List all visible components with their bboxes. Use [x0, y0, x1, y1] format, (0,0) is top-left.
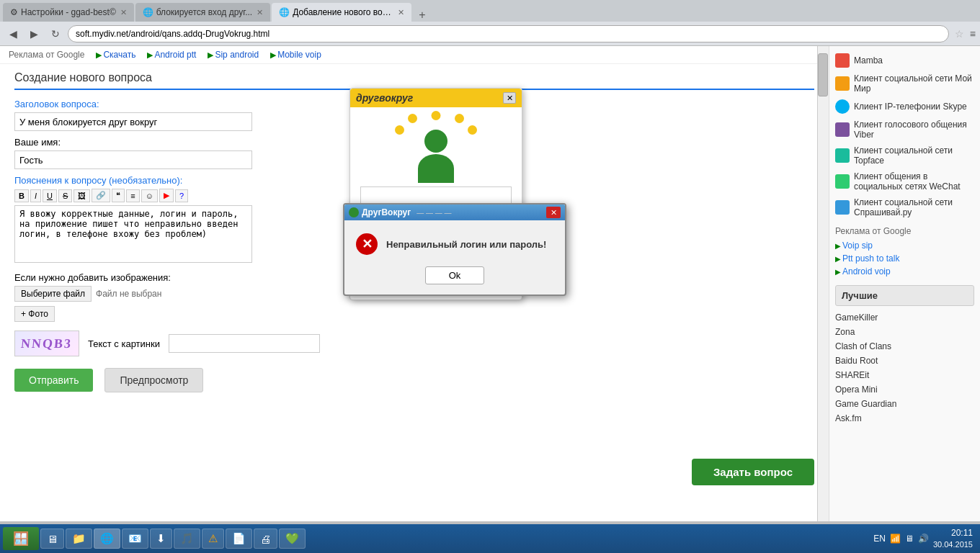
- ad-link-download[interactable]: ▶Скачать: [96, 50, 135, 60]
- question-input[interactable]: [14, 112, 252, 131]
- drv-popup-close-button[interactable]: ✕: [503, 92, 516, 104]
- sidebar-ad-ptt[interactable]: ▶Ptt push to talk: [835, 252, 974, 265]
- reload-button[interactable]: ↻: [46, 25, 65, 42]
- sidebar-best-gameguardian[interactable]: Game Guardian: [835, 397, 974, 411]
- error-dialog-title-row: ДругВокруг — — — —: [349, 207, 452, 217]
- captcha-input[interactable]: [169, 334, 320, 353]
- sidebar-best-zona[interactable]: Zona: [835, 325, 974, 339]
- captcha-image: NNQB3: [14, 331, 79, 356]
- taskbar-item-10[interactable]: 💚: [279, 529, 306, 549]
- forward-button[interactable]: ▶: [25, 25, 43, 42]
- sys-icon-2: 🖥: [905, 534, 914, 544]
- taskbar-icon-4: 📧: [128, 532, 142, 545]
- taskbar-item-3[interactable]: 🌐: [94, 529, 120, 549]
- sidebar-item-mamba[interactable]: Mamba: [835, 50, 974, 71]
- taskbar-right: EN 📶 🖥 🔊 20:11 30.04.2015: [873, 528, 977, 549]
- sidebar-best-opera[interactable]: Opera Mini: [835, 382, 974, 397]
- lang-indicator[interactable]: EN: [873, 534, 886, 544]
- tab-2[interactable]: 🌐 блокируется вход друг... ✕: [135, 3, 270, 22]
- bold-button[interactable]: B: [14, 189, 29, 202]
- error-dialog-close-button[interactable]: ✕: [546, 207, 561, 218]
- taskbar-item-1[interactable]: 🖥: [40, 529, 64, 549]
- sidebar-item-topface[interactable]: Клиент социальной сети Topface: [835, 143, 974, 168]
- error-dialog-url: — — — —: [416, 209, 451, 217]
- add-photo-button[interactable]: + Фото: [14, 306, 55, 322]
- menu-icon[interactable]: ≡: [970, 28, 976, 40]
- notes-textarea[interactable]: [14, 205, 252, 263]
- strike-button[interactable]: S: [58, 189, 72, 202]
- bookmark-star-icon[interactable]: ☆: [955, 28, 964, 40]
- drv-login-input[interactable]: [360, 186, 512, 204]
- wechat-label: Клиент общения в социальных сетях WeChat: [854, 171, 974, 192]
- browser-content: Реклама от Google ▶Скачать ▶Android ptt …: [0, 46, 980, 521]
- underline-button[interactable]: U: [43, 189, 57, 202]
- new-tab-button[interactable]: +: [413, 9, 431, 22]
- list-button[interactable]: ≡: [126, 189, 139, 202]
- sidebar-best-shareit[interactable]: SHAREit: [835, 368, 974, 382]
- link-button[interactable]: 🔗: [92, 189, 110, 202]
- sprash-label: Клиент социальной сети Спрашивай.ру: [854, 197, 974, 217]
- preview-button[interactable]: Предпросмотр: [104, 368, 203, 392]
- help-button[interactable]: ?: [175, 189, 188, 202]
- taskbar-date: 30.04.2015: [933, 539, 973, 549]
- sidebar-item-skype[interactable]: Клиент IP-телефонии Skype: [835, 96, 974, 117]
- image-button[interactable]: 🖼: [74, 189, 90, 202]
- sys-icon-3: 🔊: [918, 534, 929, 544]
- tab-2-close[interactable]: ✕: [257, 8, 263, 17]
- viber-label: Клиент голосового общения Viber: [854, 120, 974, 140]
- tab-1-close[interactable]: ✕: [120, 8, 127, 17]
- sidebar-ad-voip[interactable]: ▶Voip sip: [835, 239, 974, 252]
- scroll-thumb[interactable]: [818, 53, 828, 96]
- tab-2-title: блокируется вход друг...: [156, 7, 252, 17]
- ad-label: Реклама от Google: [9, 50, 84, 60]
- taskbar-item-5[interactable]: ⬇: [150, 529, 172, 549]
- taskbar-clock[interactable]: 20:11 30.04.2015: [933, 528, 973, 549]
- address-input[interactable]: [68, 25, 949, 42]
- sys-icon-1: 📶: [890, 534, 901, 544]
- drv-popup-header: другвокруг ✕: [350, 89, 522, 107]
- name-input[interactable]: [14, 150, 252, 169]
- ad-link-sip[interactable]: ▶Sip android: [208, 50, 259, 60]
- taskbar-icon-5: ⬇: [156, 532, 166, 545]
- taskbar-item-2[interactable]: 📁: [66, 529, 92, 549]
- sidebar-best-gamekiller[interactable]: GameKiller: [835, 310, 974, 325]
- tab-3-close[interactable]: ✕: [398, 8, 404, 17]
- ad-link-voip[interactable]: ▶Mobile voip: [270, 50, 321, 60]
- tab-1[interactable]: ⚙ Настройки - ggad-best© ✕: [3, 3, 134, 22]
- error-ok-button[interactable]: Ok: [425, 266, 485, 284]
- error-dialog-title: ДругВокруг: [362, 207, 411, 217]
- back-button[interactable]: ◀: [4, 25, 22, 42]
- taskbar-item-8[interactable]: 📄: [226, 529, 252, 549]
- drv-popup-title: другвокруг: [356, 92, 413, 104]
- video-button[interactable]: ▶: [159, 189, 174, 202]
- taskbar-icon-9: 🖨: [260, 533, 271, 545]
- taskbar-item-7[interactable]: ⚠: [202, 529, 224, 549]
- taskbar-item-9[interactable]: 🖨: [254, 529, 277, 549]
- taskbar-item-6[interactable]: 🎵: [174, 529, 200, 549]
- scrollbar[interactable]: [817, 46, 829, 521]
- smile-button[interactable]: ☺: [141, 189, 158, 202]
- moimir-icon: [835, 76, 850, 91]
- sidebar-ad-android-voip[interactable]: ▶Android voip: [835, 265, 974, 278]
- sidebar-best-askfm[interactable]: Ask.fm: [835, 411, 974, 426]
- italic-button[interactable]: I: [30, 189, 41, 202]
- captcha-label: Текст с картинки: [88, 338, 160, 349]
- error-message: Неправильный логин или пароль!: [386, 239, 546, 250]
- ad-link-android-ptt[interactable]: ▶Android ptt: [147, 50, 196, 60]
- sidebar-item-moimir[interactable]: Клиент социальной сети Мой Мир: [835, 71, 974, 96]
- taskbar-item-4[interactable]: 📧: [122, 529, 148, 549]
- topface-label: Клиент социальной сети Topface: [854, 145, 974, 166]
- taskbar-time: 20:11: [951, 528, 973, 539]
- sidebar-item-viber[interactable]: Клиент голосового общения Viber: [835, 117, 974, 143]
- ask-question-button[interactable]: Задать вопрос: [692, 459, 814, 485]
- start-button[interactable]: 🪟: [3, 527, 39, 550]
- sidebar-best-baidu[interactable]: Baidu Root: [835, 354, 974, 368]
- sidebar-item-sprash[interactable]: Клиент социальной сети Спрашивай.ру: [835, 194, 974, 220]
- sidebar-best-coc[interactable]: Clash of Clans: [835, 339, 974, 354]
- quote-button[interactable]: ❝: [112, 189, 125, 202]
- tab-3[interactable]: 🌐 Добавление нового воп... ✕: [272, 3, 411, 22]
- submit-button[interactable]: Отправить: [14, 369, 93, 392]
- sidebar-item-wechat[interactable]: Клиент общения в социальных сетях WeChat: [835, 168, 974, 194]
- taskbar-icon-7: ⚠: [208, 532, 218, 545]
- choose-file-button[interactable]: Выберите файл: [14, 286, 92, 302]
